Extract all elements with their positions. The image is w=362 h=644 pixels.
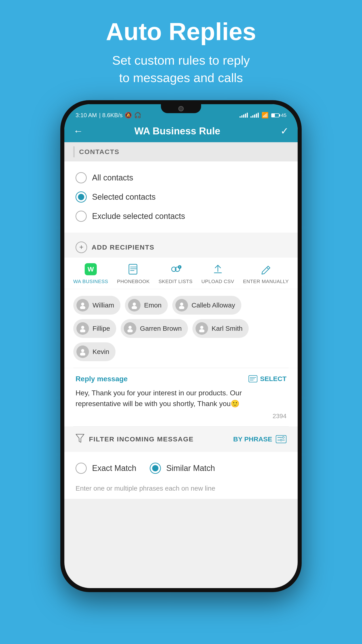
tab-wa-business[interactable]: W WA BUSINESS: [73, 262, 108, 284]
svg-point-19: [127, 329, 133, 332]
wa-business-icon: W: [84, 262, 98, 276]
radio-similar-match[interactable]: [150, 463, 161, 474]
add-recipients-header: + ADD RECIPIENTS: [64, 232, 298, 258]
source-tabs: W WA BUSINESS PHO: [64, 258, 298, 289]
reply-header: Reply message SELECT: [75, 375, 287, 383]
svg-point-11: [80, 306, 85, 309]
radio-exclude-contacts[interactable]: [75, 211, 87, 222]
confirm-button[interactable]: ✓: [281, 125, 289, 137]
svg-point-23: [80, 352, 85, 356]
svg-point-10: [81, 302, 84, 306]
match-options: Exact Match Similar Match: [64, 452, 298, 484]
radio-row-exclude[interactable]: Exclude selected contacts: [75, 206, 287, 226]
silent-icon: 🔕: [125, 112, 132, 119]
avatar-kevin: [76, 346, 89, 358]
contact-chip-karl[interactable]: Karl Smith: [192, 319, 249, 338]
contact-chip-fillipe[interactable]: Fillipe: [73, 319, 116, 338]
reply-message-label: Reply message: [75, 375, 128, 383]
radio-exact-label: Exact Match: [92, 464, 136, 473]
wifi-icon: 📶: [261, 112, 269, 119]
chip-name-william: William: [92, 302, 114, 309]
radio-selected-contacts[interactable]: [75, 192, 87, 202]
tab-enter-manually[interactable]: ENTER MANUALLY: [243, 262, 289, 284]
tab-phonebook[interactable]: PHONEBOOK: [117, 262, 150, 284]
battery-icon: 45: [271, 112, 287, 118]
avatar-emon: [128, 299, 141, 312]
app-bar-title: WA Business Rule: [74, 126, 281, 137]
radio-similar-label: Similar Match: [166, 464, 215, 473]
filter-options-icon: [276, 435, 287, 443]
svg-point-12: [133, 302, 136, 306]
contact-radio-group: All contacts Selected contacts Exclude s…: [64, 162, 298, 232]
tab-wa-business-label: WA BUSINESS: [73, 278, 108, 284]
page-title: Auto Replies: [106, 18, 256, 45]
tab-upload-csv[interactable]: UPLOAD CSV: [201, 262, 234, 284]
tab-phonebook-label: PHONEBOOK: [117, 278, 150, 284]
phone-frame: 3:10 AM | 8.6KB/s 🔕 🎧: [60, 100, 302, 592]
reply-message-section: Reply message SELECT Hey, Th: [64, 368, 298, 426]
svg-point-18: [128, 326, 132, 329]
tab-enter-manually-label: ENTER MANUALLY: [243, 278, 289, 284]
avatar-garren: [124, 322, 136, 335]
svg-point-20: [200, 326, 203, 329]
skedit-lists-icon: +: [168, 262, 183, 276]
by-phrase-label: BY PHRASE: [233, 435, 272, 443]
radio-row-selected[interactable]: Selected contacts: [75, 188, 287, 206]
chip-name-fillipe: Fillipe: [92, 325, 110, 332]
filter-icon: [75, 433, 84, 445]
select-button[interactable]: SELECT: [249, 375, 287, 382]
svg-text:+: +: [179, 266, 180, 268]
filter-title: FILTER INCOMING MESSAGE: [89, 435, 194, 443]
status-time: 3:10 AM: [75, 112, 97, 119]
radio-selected-label: Selected contacts: [92, 192, 156, 202]
radio-all-label: All contacts: [92, 173, 133, 182]
reply-text-content: Hey, Thank you for your interest in our …: [75, 388, 287, 409]
svg-point-22: [81, 349, 84, 352]
svg-point-13: [132, 306, 137, 309]
svg-rect-0: [129, 264, 137, 274]
avatar-william: [76, 299, 89, 312]
filter-left: FILTER INCOMING MESSAGE: [75, 433, 194, 445]
chip-name-calleb: Calleb Alloway: [192, 302, 235, 309]
phone-notch: [161, 104, 201, 113]
avatar-calleb: [175, 299, 188, 312]
avatar-karl: [196, 322, 208, 335]
char-count: 2394: [75, 412, 287, 420]
section-line: [73, 146, 75, 158]
filter-right[interactable]: BY PHRASE: [233, 435, 287, 443]
app-bar: ← WA Business Rule ✓: [64, 120, 298, 142]
contacts-grid: William Emon: [64, 289, 298, 368]
contact-chip-kevin[interactable]: Kevin: [73, 342, 115, 361]
contact-chip-william[interactable]: William: [73, 296, 120, 314]
enter-manually-icon: [259, 262, 273, 276]
svg-point-17: [80, 329, 85, 332]
svg-point-16: [81, 326, 84, 329]
contacts-section-title: CONTACTS: [79, 148, 119, 156]
svg-point-31: [283, 436, 284, 438]
radio-all-contacts[interactable]: [75, 172, 87, 183]
contact-chip-calleb[interactable]: Calleb Alloway: [172, 296, 241, 314]
tab-upload-csv-label: UPLOAD CSV: [201, 278, 234, 284]
status-left: 3:10 AM | 8.6KB/s 🔕 🎧: [75, 112, 141, 119]
radio-row-exact[interactable]: Exact Match: [75, 459, 136, 478]
radio-exact-match[interactable]: [75, 463, 87, 474]
tab-skedit-lists[interactable]: + SKEDIT LISTS: [158, 262, 192, 284]
radio-row-all[interactable]: All contacts: [75, 168, 287, 188]
signal-icon: [240, 113, 248, 118]
contacts-section-header: CONTACTS: [64, 142, 298, 162]
content-area: CONTACTS All contacts Selected contacts …: [64, 142, 298, 499]
headphone-icon: 🎧: [134, 112, 141, 119]
chip-name-karl: Karl Smith: [212, 325, 242, 332]
chip-name-emon: Emon: [144, 302, 162, 309]
camera-dot: [178, 106, 184, 111]
add-recipients-icon[interactable]: +: [75, 242, 87, 253]
phonebook-icon: [126, 262, 141, 276]
contact-chip-emon[interactable]: Emon: [125, 296, 168, 314]
chip-name-garren: Garren Brown: [140, 325, 182, 332]
page-header: Auto Replies Set custom rules to replyto…: [97, 0, 265, 96]
chip-name-kevin: Kevin: [92, 348, 109, 356]
radio-row-similar[interactable]: Similar Match: [150, 459, 215, 478]
contact-chip-garren[interactable]: Garren Brown: [121, 319, 188, 338]
svg-point-33: [280, 439, 282, 441]
tab-skedit-lists-label: SKEDIT LISTS: [158, 278, 192, 284]
